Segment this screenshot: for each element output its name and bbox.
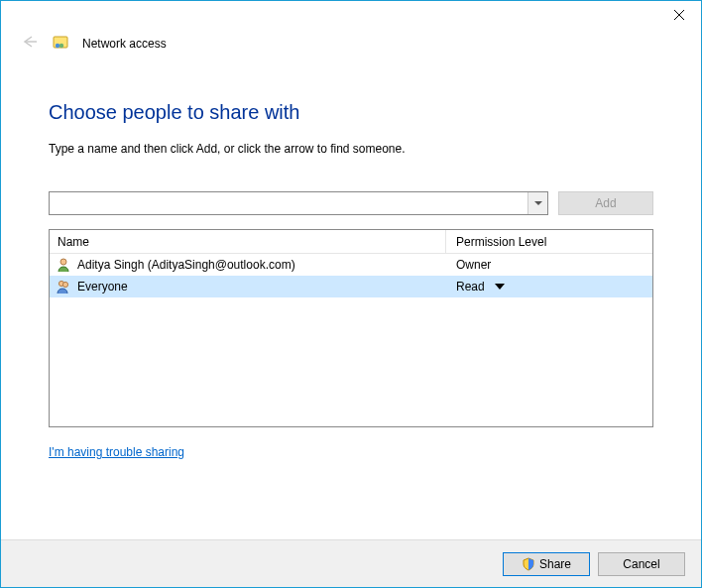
network-access-icon	[53, 36, 68, 52]
add-user-row: Add	[49, 191, 653, 215]
dialog-window: Network access Choose people to share wi…	[0, 0, 702, 588]
column-header-permission[interactable]: Permission Level	[446, 230, 652, 253]
page-heading: Choose people to share with	[49, 101, 653, 124]
permissions-table: Name Permission Level Aditya Singh (Adit…	[49, 229, 653, 427]
cancel-button[interactable]: Cancel	[598, 552, 685, 576]
close-icon	[674, 10, 684, 20]
row-permission-cell[interactable]: Read	[446, 280, 652, 294]
header-row: Network access	[1, 31, 701, 63]
svg-point-5	[59, 43, 63, 47]
share-button[interactable]: Share	[503, 552, 590, 576]
group-icon	[56, 279, 71, 294]
table-header: Name Permission Level	[50, 230, 652, 254]
svg-point-8	[62, 282, 67, 287]
cancel-button-label: Cancel	[623, 557, 659, 571]
shield-icon	[522, 557, 535, 571]
dialog-footer: Share Cancel	[1, 539, 701, 587]
back-arrow-icon	[21, 33, 39, 54]
row-name-cell: Everyone	[50, 279, 446, 294]
table-row[interactable]: Everyone Read	[50, 276, 652, 297]
table-row[interactable]: Aditya Singh (AdityaSingh@outlook.com) O…	[50, 254, 652, 276]
window-title: Network access	[82, 37, 167, 51]
column-header-name[interactable]: Name	[50, 230, 446, 253]
row-permission-cell: Owner	[446, 258, 652, 272]
content-area: Choose people to share with Type a name …	[1, 63, 701, 539]
titlebar	[1, 1, 701, 31]
row-name-label: Everyone	[77, 280, 128, 294]
chevron-down-icon	[534, 201, 542, 205]
help-link[interactable]: I'm having trouble sharing	[49, 445, 184, 459]
name-combobox[interactable]	[49, 191, 548, 215]
svg-point-4	[56, 43, 59, 47]
row-permission-label: Owner	[456, 258, 491, 272]
row-name-cell: Aditya Singh (AdityaSingh@outlook.com)	[50, 257, 446, 273]
name-input[interactable]	[50, 192, 527, 214]
row-permission-label: Read	[456, 280, 485, 294]
close-button[interactable]	[656, 1, 701, 29]
combobox-dropdown-button[interactable]	[527, 192, 547, 214]
add-button: Add	[558, 191, 653, 215]
row-name-label: Aditya Singh (AdityaSingh@outlook.com)	[77, 258, 295, 272]
svg-point-6	[60, 259, 66, 265]
share-button-label: Share	[539, 557, 571, 571]
user-icon	[56, 257, 71, 273]
instruction-text: Type a name and then click Add, or click…	[49, 142, 653, 156]
permission-dropdown-icon	[495, 284, 505, 290]
